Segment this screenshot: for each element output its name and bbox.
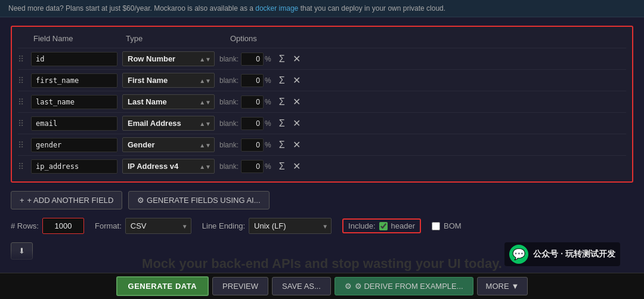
line-ending-label: Line Ending: [202,221,245,230]
delete-button[interactable]: ✕ [290,118,303,129]
config-row: # Rows: Format: CSV JSON SQL Excel Tab D… [11,218,633,234]
delete-button[interactable]: ✕ [290,161,303,172]
include-label: Include: [348,221,376,230]
save-as-button[interactable]: SAVE AS... [272,277,331,295]
table-row: ⠿ Gender ▲▼ blank: % Σ ✕ [18,134,626,155]
add-icon: + [20,196,24,205]
type-select[interactable]: Row Number First Name Last Name [122,73,215,88]
schema-table: Field Name Type Options ⠿ Row Number Fir… [11,26,633,183]
type-select[interactable]: IP Address v4 [122,159,215,174]
field-name-header: Field Name [33,34,126,43]
wechat-watermark: 💬 公众号 · 玩转测试开发 [504,242,620,266]
table-row: ⠿ IP Address v4 ▲▼ blank: % Σ ✕ [18,155,626,177]
field-name-input[interactable] [31,52,117,66]
blank-pct: % [265,141,271,149]
type-select[interactable]: Row Number First Name Last Name Email Ad… [122,51,215,66]
formula-button[interactable]: Σ [276,75,288,86]
header-checkbox[interactable] [379,222,388,230]
blank-label: blank: [219,162,239,171]
blank-pct: % [265,119,271,128]
add-field-label: + ADD ANOTHER FIELD [27,196,114,205]
blank-input[interactable] [241,138,264,152]
blank-input[interactable] [241,160,264,173]
table-row: ⠿ Row Number First Name Last Name ▲▼ bla… [18,69,626,91]
delete-button[interactable]: ✕ [290,96,303,107]
generate-data-button[interactable]: GENERATE DATA [116,276,209,296]
drag-handle[interactable]: ⠿ [18,119,31,128]
blank-pct: % [265,162,271,171]
table-row: ⠿ Row Number First Name Last Name Email … [18,48,626,69]
more-label: MORE [486,282,509,291]
derive-label: ⚙ DERIVE FROM EXAMPLE... [355,282,463,291]
more-button[interactable]: MORE ▼ [477,277,528,295]
bom-checkbox[interactable] [432,222,440,230]
blank-input[interactable] [241,53,264,66]
wechat-text: 公众号 · 玩转测试开发 [533,249,615,260]
type-header: Type [126,34,230,43]
line-ending-select[interactable]: Unix (LF) Windows (CR+LF) [249,218,332,234]
ai-fields-label: ⚙ GENERATE FIELDS USING AI... [137,196,260,205]
field-name-input[interactable] [31,138,117,152]
add-field-button[interactable]: + + ADD ANOTHER FIELD [11,191,122,209]
ai-fields-button[interactable]: ⚙ GENERATE FIELDS USING AI... [128,191,269,209]
options-header: Options [230,34,626,43]
formula-button[interactable]: Σ [276,140,288,150]
blank-input[interactable] [241,74,264,87]
bom-group: BOM [432,221,462,230]
banner-text2: that you can deploy in your own private … [301,4,445,13]
blank-label: blank: [219,55,239,63]
format-label: Format: [95,221,122,230]
blank-pct: % [265,55,271,63]
rows-group: # Rows: [11,218,84,234]
header-label: header [391,221,415,230]
wechat-icon: 💬 [509,245,528,264]
formula-button[interactable]: Σ [276,118,288,129]
blank-label: blank: [219,76,239,85]
rows-label: # Rows: [11,221,39,230]
blank-label: blank: [219,98,239,106]
drag-handle[interactable]: ⠿ [18,76,31,85]
action-row: + + ADD ANOTHER FIELD ⚙ GENERATE FIELDS … [11,191,633,209]
derive-button[interactable]: ⚙ ⚙ DERIVE FROM EXAMPLE... [335,277,473,295]
banner-text: Need more data? Plans start at just $60/… [8,4,253,13]
blank-input[interactable] [241,95,264,109]
download-icon: ⬇ [18,246,25,255]
type-select[interactable]: Row Number First Name Last Name [122,94,215,109]
formula-button[interactable]: Σ [276,161,288,172]
table-row: ⠿ Row Number Email Address ▲▼ blank: % Σ… [18,112,626,134]
format-select[interactable]: CSV JSON SQL Excel Tab Delimited [125,218,191,234]
formula-button[interactable]: Σ [276,97,288,107]
main-content: Field Name Type Options ⠿ Row Number Fir… [0,17,644,270]
field-name-input[interactable] [31,159,117,174]
docker-link[interactable]: docker image [255,4,298,13]
delete-button[interactable]: ✕ [290,53,303,64]
blank-pct: % [265,76,271,85]
bottom-toolbar: GENERATE DATA PREVIEW SAVE AS... ⚙ ⚙ DER… [0,273,644,299]
line-ending-group: Line Ending: Unix (LF) Windows (CR+LF) ▼ [202,218,332,234]
format-group: Format: CSV JSON SQL Excel Tab Delimited… [95,218,191,234]
field-name-input[interactable] [31,116,117,131]
drag-handle[interactable]: ⠿ [18,97,31,107]
blank-input[interactable] [241,117,264,130]
preview-button[interactable]: PREVIEW [212,277,268,295]
banner: Need more data? Plans start at just $60/… [0,0,644,17]
schema-header: Field Name Type Options [18,32,626,48]
type-select[interactable]: Row Number Email Address [122,116,215,131]
field-name-input[interactable] [31,73,117,88]
blank-pct: % [265,98,271,106]
formula-button[interactable]: Σ [276,54,288,64]
drag-handle[interactable]: ⠿ [18,162,31,171]
more-arrow-icon: ▼ [512,282,519,291]
type-select[interactable]: Gender [122,137,215,152]
delete-button[interactable]: ✕ [290,75,303,86]
rows-input[interactable] [42,218,84,234]
drag-handle[interactable]: ⠿ [18,140,31,150]
blank-label: blank: [219,119,239,128]
table-row: ⠿ Row Number First Name Last Name ▲▼ bla… [18,91,626,112]
bom-label: BOM [444,221,462,230]
download-button[interactable]: ⬇ [11,242,33,260]
drag-handle[interactable]: ⠿ [18,54,31,64]
delete-button[interactable]: ✕ [290,139,303,150]
field-name-input[interactable] [31,95,117,109]
derive-icon: ⚙ [345,282,352,291]
